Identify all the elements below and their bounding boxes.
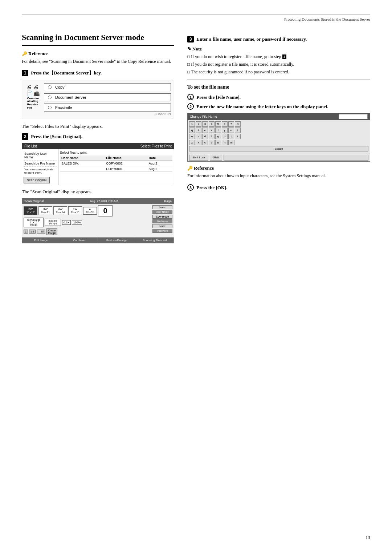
- key-q[interactable]: q: [189, 127, 195, 133]
- key-g[interactable]: g: [215, 134, 221, 139]
- substep2-number: 2: [187, 103, 194, 110]
- key-h[interactable]: h: [222, 134, 228, 139]
- size-2w[interactable]: 2W11×17: [24, 206, 37, 215]
- note-item-1: If you do not wish to register a file na…: [187, 53, 370, 60]
- ctrl-btn-1[interactable]: 1: [24, 230, 28, 234]
- keyboard-row-2: q # e r t y u i: [189, 127, 368, 133]
- key-f[interactable]: f: [222, 121, 228, 127]
- key-n2[interactable]: n: [222, 140, 228, 145]
- option-filename[interactable]: File Name: [152, 219, 172, 223]
- key-d[interactable]: d: [202, 134, 208, 139]
- size-1w[interactable]: 1W8½×11: [68, 206, 82, 215]
- key-n[interactable]: n: [189, 134, 195, 139]
- option-username[interactable]: User Name: [152, 210, 172, 214]
- keyboard-panel: Change File Name COPY0033_ 1 2 3 4 5 f 7…: [187, 113, 370, 162]
- scan-sizes-area: 2W11×17 3W8½×11 4W8½×14 1W8½×11 ↩8½×5½ 0…: [24, 205, 151, 236]
- ctrl-btn-12[interactable]: 1 2: [29, 230, 36, 234]
- printer-icon-2: 🖨: [33, 84, 40, 90]
- ctrl-btn-84[interactable]: ⬜84: [37, 230, 46, 234]
- sidebar-search-file[interactable]: Search by File Name: [24, 161, 57, 167]
- key-7[interactable]: 7: [228, 121, 234, 127]
- key-v[interactable]: v: [209, 140, 215, 145]
- file-list-header-right: Select Files to Print: [140, 144, 172, 148]
- combine-btn[interactable]: Combine: [60, 238, 98, 243]
- key-y[interactable]: y: [222, 127, 228, 133]
- option-none-2: None: [152, 224, 172, 228]
- keyboard-input[interactable]: COPY0033_: [339, 114, 368, 119]
- scan-panel: Scan Original Aug. 27,2001 7:51AM Page 2…: [22, 198, 174, 243]
- scanning-finished-btn[interactable]: Scanning Finished: [136, 238, 174, 243]
- table-row[interactable]: COPY0001 Aug 2: [60, 166, 172, 172]
- row2-date: Aug 2: [147, 166, 172, 172]
- right-column: 3 Enter a file name, user name, or passw…: [187, 32, 370, 246]
- divider-1: [187, 80, 370, 80]
- key-2[interactable]: 2: [196, 121, 201, 127]
- panel-icons: 🖨 🖨 📄 📠: [25, 83, 41, 97]
- shift-key[interactable]: Shift: [210, 155, 222, 161]
- sidebar-search-user[interactable]: Search by User Name: [24, 151, 57, 161]
- facsimile-radio: [48, 106, 52, 109]
- key-k[interactable]: k: [235, 134, 241, 139]
- row1-date: Aug 2: [147, 161, 172, 166]
- size-half[interactable]: ↩8½×5½: [83, 207, 97, 215]
- key-space[interactable]: Space: [189, 146, 368, 151]
- size-4w[interactable]: 4W8½×14: [53, 206, 67, 215]
- key-3[interactable]: 3: [202, 121, 208, 127]
- edit-image-btn[interactable]: Edit Image: [22, 238, 60, 243]
- scan-main-content: 2W11×17 3W8½×11 4W8½×14 1W8½×11 ↩8½×5½ 0…: [24, 205, 172, 236]
- reference-text-2: For information about how to input chara…: [187, 173, 370, 179]
- key-s[interactable]: s: [196, 134, 201, 139]
- scan-original-btn[interactable]: Scan Original: [24, 177, 50, 183]
- key-t[interactable]: t: [215, 127, 221, 133]
- keyboard-row-1: 1 2 3 4 5 f 7 3: [189, 121, 368, 127]
- key-1[interactable]: 1: [189, 121, 195, 127]
- scan-footer: Edit Image Combine Reduce/Enlarge Scanni…: [22, 237, 174, 243]
- table-row[interactable]: SALES DIV. COPY0002 Aug 2: [60, 161, 172, 166]
- key-u[interactable]: u: [228, 127, 234, 133]
- facsimile-button[interactable]: Facsimile: [44, 104, 171, 112]
- communicating-label: Commu-nicatingReceiveFile: [27, 97, 39, 110]
- row2-user: [60, 166, 105, 172]
- reference-box-2: Reference For information about how to i…: [187, 165, 370, 179]
- key-i[interactable]: i: [235, 127, 241, 133]
- key-m[interactable]: m: [228, 140, 234, 145]
- shift-lock-key[interactable]: Shift Lock: [189, 155, 208, 161]
- key-8[interactable]: 3: [235, 121, 241, 127]
- key-b[interactable]: b: [215, 140, 221, 145]
- substep1-heading: 1 Press the [File Name].: [187, 94, 370, 100]
- size-enlarge[interactable]: ace/Enlarge11×158½×11: [24, 218, 44, 227]
- zcas-code: ZCAS110N: [25, 112, 171, 116]
- key-j[interactable]: j: [228, 134, 234, 139]
- col-date: Date: [147, 155, 172, 161]
- key-e[interactable]: e: [202, 127, 208, 133]
- panel-buttons: Copy Document Server Facsimile: [44, 83, 171, 112]
- scan-panel-title: Scan Original: [24, 199, 44, 203]
- size-half2[interactable]: 5½×8½8½×14: [45, 219, 61, 226]
- sidebar-info: You can scan originals to store them.: [24, 167, 57, 175]
- document-server-button[interactable]: Document Server: [44, 93, 171, 101]
- key-x[interactable]: x: [196, 140, 201, 145]
- key-hash[interactable]: #: [196, 127, 201, 133]
- create-margin-btn[interactable]: CreateMargin: [46, 228, 57, 235]
- copy-button[interactable]: Copy: [44, 83, 171, 91]
- file-list-panel: File List Select Files to Print Search b…: [22, 143, 174, 185]
- key-5[interactable]: 5: [215, 121, 221, 127]
- reference-label-2: Reference: [187, 165, 370, 171]
- key-f2[interactable]: f: [209, 134, 215, 139]
- reduce-enlarge-btn[interactable]: Reduce/Enlarge: [98, 238, 136, 243]
- key-r[interactable]: r: [209, 127, 215, 133]
- scan-size-row1: 2W11×17 3W8½×11 4W8½×14 1W8½×11 ↩8½×5½ 0: [24, 205, 151, 216]
- key-c[interactable]: c: [202, 140, 208, 145]
- option-password[interactable]: Password: [152, 229, 172, 233]
- key-4[interactable]: 4: [209, 121, 215, 127]
- step2-caption: The "Scan Original" display appears.: [22, 188, 174, 195]
- substep2-heading: 2 Enter the new file name using the lett…: [187, 103, 370, 110]
- keyboard-row-4: z x c v b n m: [189, 140, 368, 145]
- size-3w[interactable]: 3W8½×11: [38, 206, 52, 215]
- step3-number: 3: [187, 36, 194, 42]
- scan-panel-page: Page: [164, 199, 172, 203]
- key-z[interactable]: z: [189, 140, 195, 145]
- file-list-header: File List Select Files to Print: [22, 143, 174, 149]
- step3-text: Enter a file name, user name, or passwor…: [196, 36, 307, 42]
- step2-heading: 2 Press the [Scan Original].: [22, 133, 174, 140]
